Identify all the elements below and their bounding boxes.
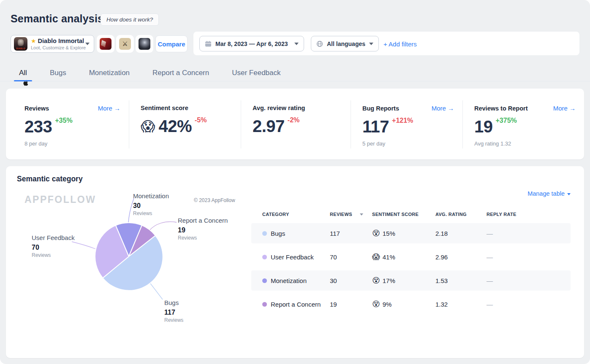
section-title: Semantic category [17,175,83,183]
category-dot [262,255,267,259]
stat-sentiment-score: Sentiment score 😱 42% -5% [129,89,241,159]
language-value: All languages [327,40,365,47]
tab-all[interactable]: All [14,69,32,81]
callout-report-a-concern: Report a Concern 19 Reviews [178,217,228,241]
stat-delta: -5% [195,116,207,124]
date-range-value: Mar 8, 2023 — Apr 6, 2023 [215,40,288,47]
copyright-text: © 2023 AppFollow [194,197,235,203]
stat-avg-review-rating: Avg. review rating 2.97 -2% [241,89,351,159]
stat-sublabel: Avg rating 1.32 [474,140,576,147]
stat-value: 233 [24,118,52,135]
stat-value: 2.97 [253,118,285,135]
stat-delta: +375% [496,117,517,124]
star-icon: ★ [31,38,36,44]
stat-sublabel: 8 per day [24,140,120,147]
stat-value: 42% [158,118,192,135]
more-link[interactable]: More → [98,105,120,112]
chevron-down-icon [369,43,373,45]
chevron-down-icon [294,43,299,45]
table-row-monetization[interactable]: Monetization 30 😵17% 1.53 — [251,270,571,291]
col-category: CATEGORY [262,212,330,217]
col-sentiment-score: SENTIMENT SCORE [372,212,435,217]
dizzy-face-emoji: 😵 [372,229,380,237]
app-subtitle: Loot, Customize & Explore [31,45,85,50]
mini-app-3-icon [139,38,150,50]
table-row-bugs[interactable]: Bugs 117 😵15% 2.18 — [251,223,571,243]
how-does-it-work-button[interactable]: How does it work? [101,13,159,26]
stat-label: Reviews to Report [474,105,528,112]
stat-delta: -2% [288,116,299,124]
callout-user-feedback: User Feedback 70 Reviews [32,234,75,258]
callout-monetization: Monetization 30 Reviews [133,192,169,216]
stat-value: 117 [362,118,389,135]
stat-bug-reports: Bug Reports More → 117 +121% 5 per day [351,89,462,159]
semantic-category-card: Semantic category APPFOLLOW © 2023 AppFo… [6,166,584,358]
tab-report-a-concern[interactable]: Report a Concern [147,69,214,81]
tab-monetization[interactable]: Monetization [84,69,135,81]
table-row-user-feedback[interactable]: User Feedback 70 😱41% 2.96 — [251,247,571,267]
callout-bugs: Bugs 117 Reviews [164,299,183,323]
sort-icon [360,213,363,216]
stat-reviews: Reviews More → 233 +35% 8 per day [6,89,129,159]
diablo-app-icon: DIABLO [14,37,27,51]
compare-button[interactable]: Compare [155,35,188,52]
tab-bugs[interactable]: Bugs [45,69,71,81]
stat-label: Bug Reports [362,105,399,112]
stat-label: Sentiment score [141,105,188,111]
stat-delta: +35% [55,117,72,124]
semantic-analysis-page: Semantic analysis How does it work? DIAB… [0,0,590,364]
chevron-down-icon [567,193,571,195]
mini-app-2[interactable]: ⚔ [116,35,134,53]
globe-icon [316,40,323,47]
category-dot [262,278,267,283]
table-body: Bugs 117 😵15% 2.18 — User Feedback 70 😱4… [251,223,571,314]
screaming-face-emoji: 😱 [141,119,155,133]
category-tabs: All Bugs Monetization Report a Concern U… [0,69,590,81]
more-link[interactable]: More → [553,105,576,112]
col-avg-rating: AVG. RATING [435,212,487,217]
stat-reviews-to-report: Reviews to Report More → 19 +375% Avg ra… [462,89,584,159]
stat-label: Avg. review rating [253,105,305,111]
stat-value: 19 [474,118,493,135]
mini-app-1-icon [100,38,111,50]
col-reviews[interactable]: REVIEWS [330,212,372,217]
manage-table-link[interactable]: Manage table [527,190,571,197]
mini-app-2-icon: ⚔ [119,38,131,50]
category-dot [262,231,267,236]
semantic-category-pie-chart[interactable] [93,221,165,292]
more-link[interactable]: More → [432,105,454,112]
category-dot [262,302,267,307]
stat-sublabel: 5 per day [362,140,454,147]
language-dropdown[interactable]: All languages [311,36,379,51]
appfollow-watermark: APPFOLLOW [24,194,96,205]
mini-app-1[interactable] [97,35,114,53]
category-table: Manage table CATEGORY REVIEWS SENTIMENT … [251,190,571,318]
date-range-dropdown[interactable]: Mar 8, 2023 — Apr 6, 2023 [199,36,304,51]
add-filters-link[interactable]: + Add filters [383,40,417,48]
compared-apps: ⚔ [97,35,153,53]
tab-user-feedback[interactable]: User Feedback [227,69,285,81]
app-selector-dropdown[interactable]: DIABLO ★ Diablo Immortal Loot, Customize… [11,35,94,53]
stat-delta: +121% [392,117,413,124]
table-row-report-a-concern[interactable]: Report a Concern 19 😵9% 1.32 — [251,294,571,314]
chevron-down-icon [85,43,90,45]
col-reply-rate: REPLY RATE [487,212,571,217]
screaming-face-emoji: 😱 [372,253,380,261]
dizzy-face-emoji: 😵 [372,277,380,284]
mini-app-3[interactable] [136,35,153,53]
calendar-icon [205,40,212,47]
app-name: Diablo Immortal [38,38,84,44]
stat-label: Reviews [24,105,49,112]
table-header: CATEGORY REVIEWS SENTIMENT SCORE AVG. RA… [251,211,571,218]
kpi-cards: Reviews More → 233 +35% 8 per day Sentim… [6,89,584,159]
dizzy-face-emoji: 😵 [372,300,380,308]
page-title: Semantic analysis [11,13,103,25]
